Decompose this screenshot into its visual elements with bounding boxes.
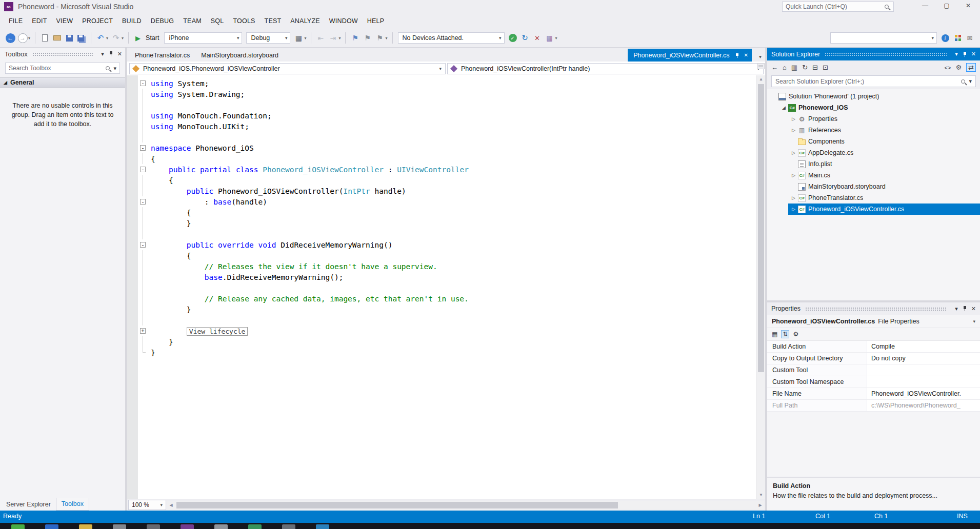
taskbar-app-8[interactable] (282, 524, 295, 529)
error-list-icon[interactable]: ✕ (532, 32, 543, 44)
empty-combo[interactable]: ▾ (830, 32, 937, 44)
tree-collapse-arrow[interactable]: ◢ (781, 105, 787, 110)
save-all-icon[interactable] (76, 32, 87, 44)
close-icon[interactable]: ✕ (971, 51, 976, 57)
horizontal-scroll-thumb[interactable] (176, 502, 618, 508)
tree-item[interactable]: ▷PhoneTranslator.cs (767, 192, 980, 204)
menu-item-team[interactable]: TEAM (178, 17, 206, 25)
chevron-down-icon[interactable]: ▾ (955, 51, 958, 57)
tree-expand-arrow[interactable]: ▷ (790, 150, 797, 155)
navigate-forward-icon[interactable]: → (17, 32, 28, 44)
property-value[interactable]: Phoneword_iOSViewController. (867, 388, 980, 399)
close-button[interactable]: ✕ (957, 0, 979, 11)
pin-icon[interactable] (108, 51, 114, 57)
taskbar-app-4[interactable] (147, 524, 160, 529)
tree-expand-arrow[interactable]: ▷ (790, 173, 797, 178)
menu-item-sql[interactable]: SQL (206, 17, 229, 25)
taskbar-app-3[interactable] (113, 524, 126, 529)
collapse-region-icon[interactable]: - (140, 80, 146, 86)
collapse-region-icon[interactable]: - (140, 145, 146, 151)
menu-item-help[interactable]: HELP (363, 17, 389, 25)
taskbar-app-9[interactable] (316, 524, 329, 529)
expand-region-icon[interactable]: + (140, 328, 146, 334)
pin-icon[interactable] (735, 53, 740, 58)
horizontal-scrollbar[interactable]: ◀ ▶ (167, 501, 764, 510)
menu-item-build[interactable]: BUILD (117, 17, 146, 25)
properties-icon[interactable]: ⚙ (955, 64, 962, 71)
toolbox-header[interactable]: Toolbox ▾ ✕ (0, 48, 125, 60)
chevron-down-icon[interactable]: ▾ (955, 306, 958, 312)
solution-explorer-search-box[interactable]: ▾ (771, 75, 976, 87)
taskbar-app-1[interactable] (45, 524, 58, 529)
quick-launch-input[interactable] (786, 3, 883, 10)
property-value[interactable]: Compile (867, 341, 980, 352)
categorized-view-icon[interactable]: ▦ (772, 331, 777, 338)
solution-platform-icon[interactable]: ▦ (293, 32, 304, 44)
tree-item[interactable]: MainStoryboard.storyboard (767, 181, 980, 192)
maximize-button[interactable]: ▢ (936, 0, 957, 11)
tree-item[interactable]: Components (767, 136, 980, 147)
menu-item-edit[interactable]: EDIT (27, 17, 51, 25)
menu-item-debug[interactable]: DEBUG (146, 17, 178, 25)
close-icon[interactable]: ✕ (971, 306, 976, 312)
pin-icon[interactable] (962, 51, 968, 57)
tab-toolbox[interactable]: Toolbox (56, 498, 89, 511)
attached-devices-combo[interactable]: No Devices Attached. ▾ (398, 32, 505, 44)
drag-grip[interactable] (32, 52, 93, 56)
tree-item[interactable]: ▷Main.cs (767, 170, 980, 181)
property-value[interactable]: Do not copy (867, 353, 980, 364)
taskbar-app-5[interactable] (181, 524, 194, 529)
document-tab[interactable]: Phoneword_iOSViewController.cs✕ (628, 49, 752, 62)
tree-item[interactable]: Info.plist (767, 158, 980, 170)
show-all-files-icon[interactable]: ⊡ (823, 64, 828, 71)
new-file-icon[interactable] (39, 32, 50, 44)
pin-icon[interactable] (962, 306, 968, 312)
step-into-icon[interactable]: ⇤ (315, 32, 326, 44)
menu-item-tools[interactable]: TOOLS (228, 17, 259, 25)
close-icon[interactable]: ✕ (744, 52, 748, 58)
feedback-icon[interactable] (952, 32, 963, 44)
next-bookmark-icon[interactable]: ⚑ (362, 32, 372, 44)
save-icon[interactable] (64, 32, 74, 44)
collapse-region-icon[interactable]: - (140, 167, 146, 172)
switch-views-icon[interactable]: ▥ (791, 64, 797, 71)
types-dropdown[interactable]: Phoneword_iOS.Phoneword_iOSViewControlle… (129, 63, 446, 74)
zoom-combo[interactable]: 100 % ▾ (128, 500, 166, 510)
home-icon[interactable]: ⌂ (783, 64, 787, 71)
document-list-chevron-icon[interactable]: ▾ (759, 54, 762, 507)
property-value[interactable]: c:\WS\Phoneword\Phoneword_ (867, 400, 980, 411)
code-editor[interactable]: -using System;using System.Drawing;using… (127, 75, 765, 499)
redo-icon[interactable]: ↷ (111, 32, 121, 44)
chevron-down-icon[interactable]: ▾ (555, 36, 557, 40)
collapse-region-icon[interactable]: - (140, 242, 146, 248)
menu-item-view[interactable]: VIEW (51, 17, 77, 25)
sync-with-active-document-icon[interactable]: ⇄ (966, 63, 976, 72)
chevron-down-icon[interactable]: ▾ (304, 36, 306, 40)
tree-expand-arrow[interactable]: ▷ (790, 116, 797, 121)
start-orb[interactable] (11, 524, 25, 529)
collapse-all-icon[interactable]: ⊟ (812, 64, 818, 71)
taskbar-app-6[interactable] (214, 524, 228, 529)
solution-explorer-header[interactable]: Solution Explorer ▾ ✕ (767, 48, 980, 60)
minimize-button[interactable]: — (914, 0, 936, 11)
tree-item[interactable]: ▷Properties (767, 113, 980, 125)
configuration-combo[interactable]: Debug ▾ (246, 32, 290, 44)
chevron-down-icon[interactable]: ▾ (122, 36, 124, 40)
open-file-icon[interactable] (52, 32, 62, 44)
menu-item-test[interactable]: TEST (260, 17, 286, 25)
document-tab[interactable]: PhoneTranslator.cs (129, 49, 195, 62)
solution-explorer-search-input[interactable] (775, 78, 959, 85)
members-dropdown[interactable]: Phoneword_iOSViewController(IntPtr handl… (447, 63, 764, 74)
property-pages-icon[interactable]: ⚙ (793, 331, 798, 338)
toolbox-search-input[interactable] (9, 65, 104, 72)
tree-expand-arrow[interactable]: ▷ (790, 128, 797, 133)
menu-item-analyze[interactable]: ANALYZE (286, 17, 324, 25)
tree-item[interactable]: Solution 'Phoneword' (1 project) (767, 91, 980, 102)
tree-item[interactable]: ◢Phoneword_iOS (767, 102, 980, 113)
view-code-icon[interactable]: <> (945, 65, 951, 71)
alphabetical-sort-icon[interactable]: ⇅ (781, 330, 789, 338)
menu-item-project[interactable]: PROJECT (77, 17, 117, 25)
tree-item[interactable]: ▷References (767, 125, 980, 136)
refresh-icon[interactable]: ↻ (520, 32, 530, 44)
drag-grip[interactable] (805, 307, 947, 311)
